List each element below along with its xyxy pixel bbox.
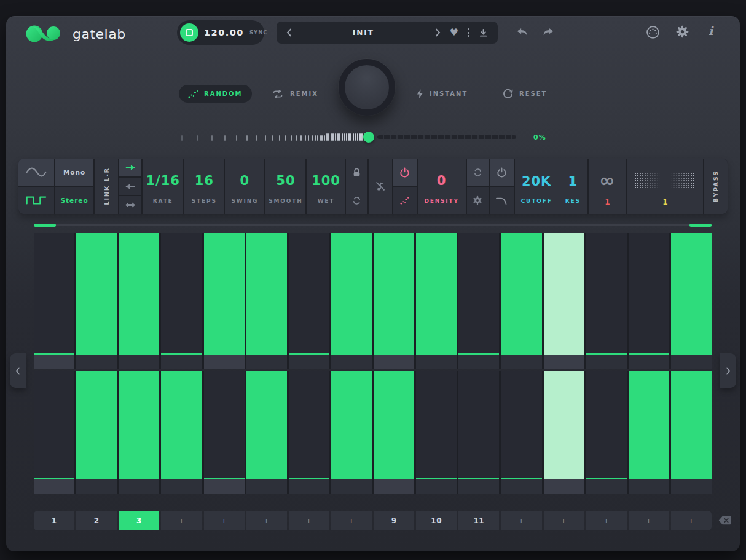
direction-pingpong-button[interactable] <box>119 196 141 214</box>
pattern-add-slot-12[interactable]: + <box>501 511 541 530</box>
pattern-slot-1[interactable]: 1 <box>34 511 74 530</box>
accent-cell-2-4[interactable] <box>161 479 202 494</box>
preset-name[interactable]: INIT <box>301 28 426 37</box>
gate-step-right-10[interactable] <box>416 371 457 479</box>
accent-cell-1-14[interactable] <box>586 355 627 369</box>
gate-step-right-5[interactable] <box>204 371 245 479</box>
gate-step-right-7[interactable] <box>289 371 329 479</box>
gate-step-left-8[interactable] <box>331 233 372 355</box>
accent-cell-2-2[interactable] <box>76 479 117 494</box>
gate-step-left-10[interactable] <box>416 233 457 355</box>
gate-step-right-2[interactable] <box>76 371 117 479</box>
gate-step-right-16[interactable] <box>671 371 712 479</box>
settings-button[interactable] <box>676 25 689 38</box>
gate-step-right-12[interactable] <box>501 371 541 479</box>
gate-step-left-1[interactable] <box>34 233 74 355</box>
accent-cell-1-4[interactable] <box>161 355 202 369</box>
gate-step-left-7[interactable] <box>289 233 329 355</box>
remix-mode-button[interactable]: REMIX <box>272 85 318 103</box>
filter-power-button[interactable] <box>490 159 514 186</box>
random-mode-button[interactable]: RANDOM <box>179 85 252 103</box>
redo-button[interactable] <box>542 28 554 36</box>
rate-control[interactable]: 1/16 RATE <box>143 159 183 214</box>
gate-step-left-6[interactable] <box>246 233 287 355</box>
stop-button[interactable] <box>180 23 198 42</box>
scroll-handle-right[interactable] <box>689 224 712 227</box>
filter-settings-button[interactable] <box>467 187 489 214</box>
pattern-add-slot-14[interactable]: + <box>586 511 627 530</box>
bypass-toggle[interactable]: BYPASS <box>704 159 728 214</box>
accent-cell-1-7[interactable] <box>289 355 329 369</box>
density-random-button[interactable] <box>393 187 417 214</box>
pattern-add-slot-13[interactable]: + <box>544 511 584 530</box>
noise-morph-control[interactable]: 1 <box>627 159 703 214</box>
accent-cell-1-6[interactable] <box>246 355 287 369</box>
gate-step-left-14[interactable] <box>586 233 627 355</box>
square-wave-button[interactable] <box>18 187 54 214</box>
preset-prev-button[interactable] <box>286 28 292 37</box>
gate-step-left-3[interactable] <box>119 233 159 355</box>
wet-control[interactable]: 100 WET <box>307 159 345 214</box>
sync-toggle[interactable]: SYNC <box>249 30 268 36</box>
page-prev-button[interactable] <box>10 353 26 388</box>
direction-forward-button[interactable] <box>119 159 141 176</box>
preset-next-button[interactable] <box>435 28 441 37</box>
pattern-add-slot-7[interactable]: + <box>289 511 329 530</box>
direction-reverse-button[interactable] <box>119 178 141 195</box>
accent-cell-1-3[interactable] <box>119 355 159 369</box>
pattern-add-slot-8[interactable]: + <box>331 511 372 530</box>
stereo-button[interactable]: Stereo <box>55 187 93 214</box>
accent-cell-1-13[interactable] <box>544 355 584 369</box>
randomizer-amount-slider[interactable] <box>363 132 374 143</box>
gate-step-left-11[interactable] <box>458 233 499 355</box>
gate-step-left-4[interactable] <box>161 233 202 355</box>
density-power-button[interactable] <box>393 159 417 186</box>
gate-step-left-16[interactable] <box>671 233 712 355</box>
accent-cell-2-10[interactable] <box>416 479 457 494</box>
instant-mode-button[interactable]: INSTANT <box>417 85 468 103</box>
midi-settings-button[interactable] <box>646 25 660 39</box>
accent-cell-1-16[interactable] <box>671 355 712 369</box>
gate-step-right-3[interactable] <box>119 371 159 479</box>
pattern-slot-2[interactable]: 2 <box>76 511 117 530</box>
accent-cell-2-13[interactable] <box>544 479 584 494</box>
filter-random-button[interactable] <box>467 159 489 186</box>
gate-step-right-1[interactable] <box>34 371 74 479</box>
accent-cell-1-15[interactable] <box>629 355 669 369</box>
pattern-slot-11[interactable]: 11 <box>458 511 499 530</box>
accent-cell-2-14[interactable] <box>586 479 627 494</box>
gate-step-right-13[interactable] <box>544 371 584 479</box>
accent-cell-1-10[interactable] <box>416 355 457 369</box>
save-preset-button[interactable] <box>479 28 488 37</box>
accent-cell-2-1[interactable] <box>34 479 74 494</box>
pattern-slot-9[interactable]: 9 <box>374 511 414 530</box>
accent-cell-1-12[interactable] <box>501 355 541 369</box>
lock-button[interactable] <box>346 159 367 186</box>
sine-wave-button[interactable] <box>18 159 54 186</box>
tempo-value[interactable]: 120.00 <box>204 28 244 37</box>
accent-cell-1-5[interactable] <box>204 355 245 369</box>
steps-control[interactable]: 16 STEPS <box>184 159 224 214</box>
gate-step-right-9[interactable] <box>374 371 414 479</box>
gate-step-right-6[interactable] <box>246 371 287 479</box>
accent-cell-2-16[interactable] <box>671 479 712 494</box>
gate-step-left-5[interactable] <box>204 233 245 355</box>
infinity-repeat-control[interactable]: ∞ 1 <box>589 159 626 214</box>
accent-cell-2-6[interactable] <box>246 479 287 494</box>
accent-cell-1-2[interactable] <box>76 355 117 369</box>
mono-button[interactable]: Mono <box>55 159 93 186</box>
accent-cell-2-3[interactable] <box>119 479 159 494</box>
gate-step-right-15[interactable] <box>629 371 669 479</box>
pattern-slot-3[interactable]: 3 <box>119 511 159 530</box>
pattern-add-slot-15[interactable]: + <box>629 511 669 530</box>
gate-step-left-2[interactable] <box>76 233 117 355</box>
gate-step-left-9[interactable] <box>374 233 414 355</box>
pattern-add-slot-16[interactable]: + <box>671 511 712 530</box>
accent-cell-2-12[interactable] <box>501 479 541 494</box>
gate-step-right-4[interactable] <box>161 371 202 479</box>
smooth-control[interactable]: 50 SMOOTH <box>265 159 305 214</box>
mute-note-button[interactable] <box>369 159 392 214</box>
gate-step-left-13[interactable] <box>544 233 584 355</box>
accent-cell-1-9[interactable] <box>374 355 414 369</box>
pattern-slot-10[interactable]: 10 <box>416 511 457 530</box>
